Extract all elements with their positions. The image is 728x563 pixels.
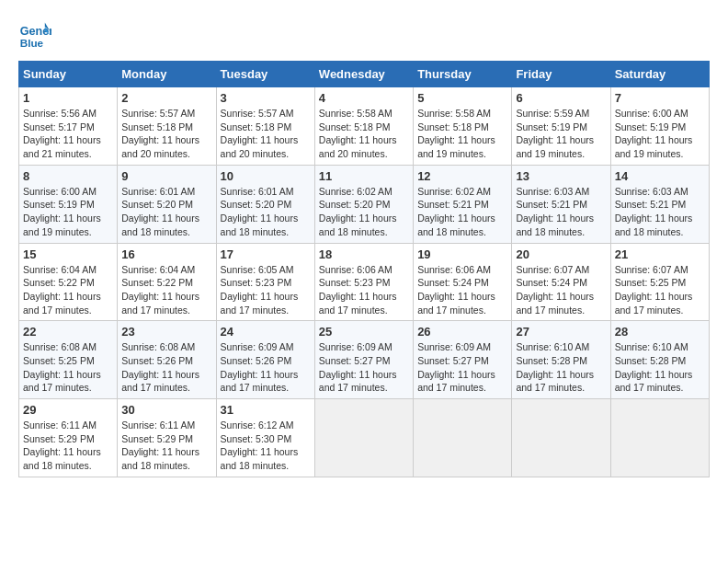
day-number: 8 [23,169,113,183]
day-info: Sunrise: 5:56 AMSunset: 5:17 PMDaylight:… [23,107,113,161]
day-number: 16 [121,247,211,261]
day-info: Sunrise: 6:06 AMSunset: 5:24 PMDaylight:… [417,263,507,317]
weekday-header-cell: Monday [118,62,216,87]
calendar-day-cell [414,399,512,477]
day-info: Sunrise: 6:01 AMSunset: 5:20 PMDaylight:… [221,185,311,239]
day-info: Sunrise: 6:04 AMSunset: 5:22 PMDaylight:… [23,263,113,317]
day-info: Sunrise: 6:05 AMSunset: 5:23 PMDaylight:… [221,263,311,317]
day-info: Sunrise: 6:03 AMSunset: 5:21 PMDaylight:… [516,185,606,239]
calendar-day-cell: 10 Sunrise: 6:01 AMSunset: 5:20 PMDaylig… [216,165,314,243]
calendar-week-row: 1 Sunrise: 5:56 AMSunset: 5:17 PMDayligh… [19,87,710,166]
day-number: 15 [23,247,113,261]
day-number: 23 [121,325,211,339]
day-info: Sunrise: 5:58 AMSunset: 5:18 PMDaylight:… [319,107,409,161]
calendar-week-row: 22 Sunrise: 6:08 AMSunset: 5:25 PMDaylig… [19,321,710,399]
day-number: 3 [221,91,311,105]
calendar-day-cell: 18 Sunrise: 6:06 AMSunset: 5:23 PMDaylig… [314,243,413,321]
calendar-day-cell [610,399,709,477]
calendar-day-cell: 1 Sunrise: 5:56 AMSunset: 5:17 PMDayligh… [19,87,118,166]
page-header: General Blue [18,18,710,52]
calendar-week-row: 15 Sunrise: 6:04 AMSunset: 5:22 PMDaylig… [19,243,710,321]
day-number: 9 [121,169,211,183]
day-number: 25 [319,325,409,339]
day-number: 18 [319,247,409,261]
calendar-day-cell: 29 Sunrise: 6:11 AMSunset: 5:29 PMDaylig… [19,399,118,477]
svg-text:Blue: Blue [20,37,44,49]
calendar-day-cell: 21 Sunrise: 6:07 AMSunset: 5:25 PMDaylig… [610,243,709,321]
logo: General Blue [18,18,51,52]
day-info: Sunrise: 6:09 AMSunset: 5:27 PMDaylight:… [417,340,507,395]
calendar-day-cell: 7 Sunrise: 6:00 AMSunset: 5:19 PMDayligh… [610,87,709,166]
day-info: Sunrise: 6:08 AMSunset: 5:25 PMDaylight:… [23,340,113,395]
calendar-table: SundayMondayTuesdayWednesdayThursdayFrid… [18,61,710,477]
day-info: Sunrise: 6:11 AMSunset: 5:29 PMDaylight:… [121,419,211,473]
day-info: Sunrise: 5:59 AMSunset: 5:19 PMDaylight:… [516,107,606,161]
calendar-day-cell: 16 Sunrise: 6:04 AMSunset: 5:22 PMDaylig… [118,243,216,321]
calendar-day-cell: 31 Sunrise: 6:12 AMSunset: 5:30 PMDaylig… [216,399,314,477]
day-info: Sunrise: 6:02 AMSunset: 5:21 PMDaylight:… [417,185,507,239]
calendar-week-row: 29 Sunrise: 6:11 AMSunset: 5:29 PMDaylig… [19,399,710,477]
calendar-day-cell: 23 Sunrise: 6:08 AMSunset: 5:26 PMDaylig… [118,321,216,399]
calendar-day-cell: 5 Sunrise: 5:58 AMSunset: 5:18 PMDayligh… [414,87,512,166]
day-info: Sunrise: 6:01 AMSunset: 5:20 PMDaylight:… [121,185,211,239]
day-number: 24 [221,325,311,339]
calendar-day-cell [314,399,413,477]
weekday-header-cell: Tuesday [216,62,314,87]
calendar-day-cell: 8 Sunrise: 6:00 AMSunset: 5:19 PMDayligh… [19,165,118,243]
day-number: 10 [221,169,311,183]
day-number: 31 [221,403,311,417]
day-number: 30 [121,403,211,417]
calendar-day-cell: 12 Sunrise: 6:02 AMSunset: 5:21 PMDaylig… [414,165,512,243]
day-number: 26 [417,325,507,339]
weekday-header-row: SundayMondayTuesdayWednesdayThursdayFrid… [19,62,710,87]
day-number: 19 [417,247,507,261]
day-number: 27 [516,325,606,339]
calendar-day-cell: 14 Sunrise: 6:03 AMSunset: 5:21 PMDaylig… [610,165,709,243]
weekday-header-cell: Wednesday [314,62,413,87]
calendar-day-cell: 25 Sunrise: 6:09 AMSunset: 5:27 PMDaylig… [314,321,413,399]
day-number: 2 [121,91,211,105]
calendar-day-cell: 6 Sunrise: 5:59 AMSunset: 5:19 PMDayligh… [512,87,610,166]
day-info: Sunrise: 6:10 AMSunset: 5:28 PMDaylight:… [615,340,705,395]
logo-icon: General Blue [18,18,51,52]
day-number: 6 [516,91,606,105]
calendar-week-row: 8 Sunrise: 6:00 AMSunset: 5:19 PMDayligh… [19,165,710,243]
day-number: 5 [417,91,507,105]
day-info: Sunrise: 6:04 AMSunset: 5:22 PMDaylight:… [121,263,211,317]
calendar-day-cell: 28 Sunrise: 6:10 AMSunset: 5:28 PMDaylig… [610,321,709,399]
day-number: 21 [615,247,705,261]
day-info: Sunrise: 5:57 AMSunset: 5:18 PMDaylight:… [121,107,211,161]
day-number: 28 [615,325,705,339]
day-info: Sunrise: 6:00 AMSunset: 5:19 PMDaylight:… [23,185,113,239]
day-number: 29 [23,403,113,417]
day-info: Sunrise: 6:02 AMSunset: 5:20 PMDaylight:… [319,185,409,239]
day-info: Sunrise: 6:09 AMSunset: 5:26 PMDaylight:… [221,340,311,395]
day-number: 4 [319,91,409,105]
calendar-day-cell: 20 Sunrise: 6:07 AMSunset: 5:24 PMDaylig… [512,243,610,321]
day-info: Sunrise: 6:06 AMSunset: 5:23 PMDaylight:… [319,263,409,317]
day-info: Sunrise: 5:57 AMSunset: 5:18 PMDaylight:… [221,107,311,161]
calendar-day-cell: 2 Sunrise: 5:57 AMSunset: 5:18 PMDayligh… [118,87,216,166]
day-info: Sunrise: 6:08 AMSunset: 5:26 PMDaylight:… [121,340,211,395]
day-number: 22 [23,325,113,339]
weekday-header-cell: Sunday [19,62,118,87]
day-info: Sunrise: 6:10 AMSunset: 5:28 PMDaylight:… [516,340,606,395]
day-number: 17 [221,247,311,261]
calendar-day-cell: 27 Sunrise: 6:10 AMSunset: 5:28 PMDaylig… [512,321,610,399]
day-number: 7 [615,91,705,105]
calendar-day-cell [512,399,610,477]
calendar-day-cell: 22 Sunrise: 6:08 AMSunset: 5:25 PMDaylig… [19,321,118,399]
day-info: Sunrise: 6:03 AMSunset: 5:21 PMDaylight:… [615,185,705,239]
calendar-day-cell: 17 Sunrise: 6:05 AMSunset: 5:23 PMDaylig… [216,243,314,321]
day-info: Sunrise: 6:12 AMSunset: 5:30 PMDaylight:… [221,419,311,473]
day-number: 1 [23,91,113,105]
calendar-day-cell: 24 Sunrise: 6:09 AMSunset: 5:26 PMDaylig… [216,321,314,399]
day-number: 14 [615,169,705,183]
day-info: Sunrise: 6:07 AMSunset: 5:25 PMDaylight:… [615,263,705,317]
day-number: 12 [417,169,507,183]
calendar-body: 1 Sunrise: 5:56 AMSunset: 5:17 PMDayligh… [19,87,710,477]
calendar-day-cell: 15 Sunrise: 6:04 AMSunset: 5:22 PMDaylig… [19,243,118,321]
day-number: 13 [516,169,606,183]
day-info: Sunrise: 6:09 AMSunset: 5:27 PMDaylight:… [319,340,409,395]
day-info: Sunrise: 5:58 AMSunset: 5:18 PMDaylight:… [417,107,507,161]
